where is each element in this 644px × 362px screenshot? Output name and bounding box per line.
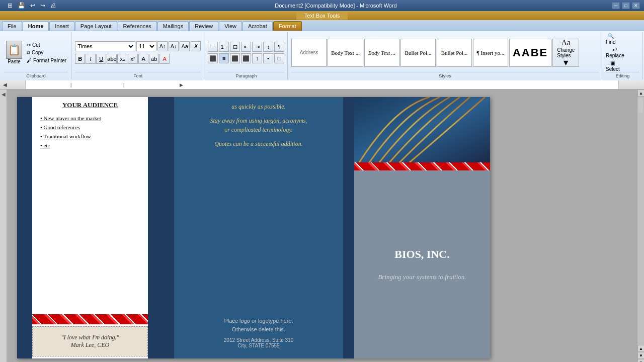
address-text: 2012 Street Address, Suite 310 City, STA… — [187, 337, 330, 348]
style-body-text-1[interactable]: Body Text ... — [328, 39, 363, 67]
tab-home[interactable]: Home — [23, 21, 49, 31]
context-tab-label: Text Box Tools — [296, 12, 348, 20]
scroll-page-up-btn[interactable]: ▲ — [637, 345, 644, 352]
editing-group-label: Editing — [606, 72, 639, 78]
save-btn[interactable]: 💾 — [16, 2, 27, 10]
superscript-btn[interactable]: x² — [128, 54, 138, 64]
cover-image — [354, 97, 490, 162]
close-btn[interactable]: ✕ — [632, 2, 640, 9]
change-styles-button[interactable]: Aa ChangeStyles ▼ — [552, 39, 579, 67]
font-format-row: B I U abc x₂ x² A ab A — [75, 54, 201, 64]
tab-view[interactable]: View — [219, 21, 242, 31]
paragraph-group: ≡ 1≡ ⊟ ⇤ ⇥ ↕ ¶ ⬛ ≡ ⬛ ⬛ ↕ ▪ □ Paragraph — [205, 32, 288, 79]
bullets-btn[interactable]: ≡ — [208, 42, 218, 52]
print-btn[interactable]: 🖨 — [49, 2, 58, 10]
tab-file[interactable]: File — [2, 21, 22, 31]
font-size-select[interactable]: 11 — [136, 41, 156, 51]
paste-button[interactable]: 📋 Paste — [4, 40, 24, 65]
align-center-btn[interactable]: ≡ — [219, 53, 229, 63]
justify-btn[interactable]: ⬛ — [241, 53, 251, 63]
scroll-thumb-top[interactable] — [638, 98, 643, 113]
show-formatting-btn[interactable]: ¶ — [274, 42, 284, 52]
align-right-btn[interactable]: ⬛ — [230, 53, 240, 63]
grow-font-btn[interactable]: A↑ — [157, 41, 168, 51]
paste-icon: 📋 — [6, 41, 22, 59]
paste-label: Paste — [8, 59, 21, 64]
styles-group: Address Body Text ... Body Text ... Bull… — [288, 32, 602, 79]
multilevel-list-btn[interactable]: ⊟ — [230, 42, 240, 52]
clear-formatting-btn[interactable]: ✗ — [191, 41, 201, 51]
style-body-text-2[interactable]: Body Text ... — [364, 39, 399, 67]
ruler-tab-3: ▶ — [180, 82, 183, 87]
change-styles-arrow: ▼ — [562, 58, 570, 67]
maximize-btn[interactable]: □ — [622, 2, 630, 9]
vertical-scrollbar[interactable]: ▲ ▲ ▼ ▼ — [637, 89, 644, 362]
font-name-select[interactable]: Times — [75, 41, 135, 51]
strikethrough-btn[interactable]: abc — [107, 54, 117, 64]
increase-indent-btn[interactable]: ⇥ — [252, 42, 262, 52]
pages-container: YOUR AUDIENCE • New player on the market… — [7, 89, 644, 362]
cut-label: Cut — [32, 42, 40, 48]
quote-box[interactable]: "I love what I'm doing."Mark Lee, CEO — [32, 326, 148, 356]
style-bullet-poi-2[interactable]: Bullet Poi... — [437, 39, 472, 67]
select-button[interactable]: ▣ Select — [606, 60, 620, 72]
scroll-up-btn[interactable]: ▲ — [637, 89, 644, 97]
minimize-btn[interactable]: ─ — [612, 2, 620, 9]
tab-insert[interactable]: Insert — [49, 21, 74, 31]
panel-left: YOUR AUDIENCE • New player on the market… — [17, 97, 163, 358]
undo-btn[interactable]: ↩ — [29, 2, 37, 10]
office-logo[interactable]: ⊞ — [6, 2, 14, 10]
ruler-tab-1: | — [70, 82, 71, 87]
font-color-btn[interactable]: A — [159, 54, 170, 64]
select-label: Select — [606, 66, 620, 72]
tab-review[interactable]: Review — [189, 21, 218, 31]
format-painter-label: Format Painter — [33, 58, 66, 63]
text-effect-btn[interactable]: A — [138, 54, 148, 64]
numbering-btn[interactable]: 1≡ — [219, 42, 229, 52]
subscript-btn[interactable]: x₂ — [117, 54, 127, 64]
styles-group-label: Styles — [291, 72, 599, 78]
cut-button[interactable]: ✂ Cut — [25, 42, 68, 48]
sort-btn[interactable]: ↕ — [263, 42, 273, 52]
window-title: Document2 [Compatibility Mode] - Microso… — [60, 3, 612, 9]
underline-btn[interactable]: U — [96, 54, 106, 64]
style-address[interactable]: Address — [291, 39, 327, 67]
format-painter-button[interactable]: 🖌 Format Painter — [25, 57, 68, 64]
replace-icon: ⇄ — [613, 47, 617, 52]
scroll-down-btn[interactable]: ▼ — [637, 359, 644, 362]
styles-list: Address Body Text ... Body Text ... Bull… — [291, 39, 579, 67]
window-controls[interactable]: ─ □ ✕ — [612, 2, 640, 9]
find-button[interactable]: 🔍 Find — [606, 33, 615, 45]
tab-mailings[interactable]: Mailings — [157, 21, 189, 31]
line-spacing-btn[interactable]: ↕ — [252, 53, 262, 63]
copy-icon: ⧉ — [27, 50, 30, 56]
copy-button[interactable]: ⧉ Copy — [25, 49, 68, 56]
clipboard-small-btns: ✂ Cut ⧉ Copy 🖌 Format Painter — [25, 42, 68, 64]
quick-access-toolbar[interactable]: ⊞ 💾 ↩ ↪ 🖨 — [4, 0, 60, 11]
tab-references[interactable]: References — [118, 21, 157, 31]
replace-label: Replace — [606, 53, 624, 58]
middle-text-2: Stay away from using jargon, acronyms,or… — [182, 116, 335, 134]
borders-btn[interactable]: □ — [274, 53, 284, 63]
decrease-indent-btn[interactable]: ⇤ — [241, 42, 251, 52]
bullet-4: • etc — [36, 142, 144, 148]
tab-acrobat[interactable]: Acrobat — [243, 21, 273, 31]
redo-btn[interactable]: ↪ — [39, 2, 47, 10]
shading-btn[interactable]: ▪ — [263, 53, 273, 63]
tab-page-layout[interactable]: Page Layout — [75, 21, 117, 31]
change-case-btn[interactable]: Aa — [180, 41, 190, 51]
shrink-font-btn[interactable]: A↓ — [169, 41, 179, 51]
replace-button[interactable]: ⇄ Replace — [606, 47, 624, 58]
ribbon-tabs[interactable]: File Home Insert Page Layout References … — [0, 20, 644, 31]
company-tagline: Bringing your systems to fruition. — [378, 273, 466, 281]
bold-btn[interactable]: B — [75, 54, 85, 64]
align-left-btn[interactable]: ⬛ — [208, 53, 218, 63]
style-aabe[interactable]: AABE — [509, 39, 551, 67]
tab-format[interactable]: Format — [273, 21, 302, 31]
scroll-page-down-btn[interactable]: ▼ — [637, 352, 644, 359]
italic-btn[interactable]: I — [86, 54, 96, 64]
ruler-tab-2: | — [123, 82, 124, 87]
style-bullet-poi-1[interactable]: Bullet Poi... — [400, 39, 436, 67]
style-insert[interactable]: ¶ Insert yo... — [473, 39, 508, 67]
text-highlight-btn[interactable]: ab — [149, 54, 159, 64]
